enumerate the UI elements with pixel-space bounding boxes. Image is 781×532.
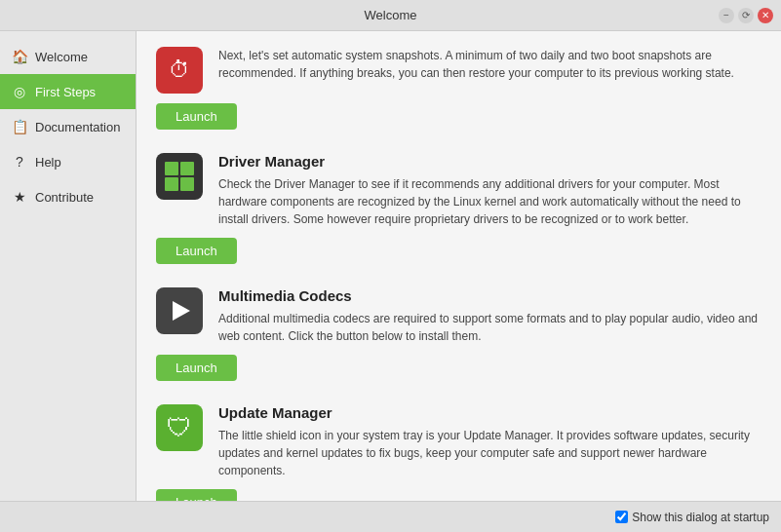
documentation-icon: 📋 [12, 119, 27, 134]
sidebar-item-welcome[interactable]: 🏠 Welcome [0, 39, 136, 74]
update-launch-button[interactable]: Launch [156, 489, 237, 501]
sidebar-label-welcome: Welcome [35, 50, 88, 64]
driver-grid-icon [165, 162, 194, 191]
snapshot-launch-button[interactable]: Launch [156, 103, 237, 130]
restore-button[interactable]: ⟳ [738, 8, 754, 23]
driver-cell-3 [165, 177, 178, 191]
driver-icon [156, 153, 203, 200]
snapshot-text: Next, let's set automatic system snapsho… [218, 47, 761, 82]
sidebar-label-contribute: Contribute [35, 190, 94, 205]
startup-checkbox[interactable] [615, 511, 628, 523]
close-button[interactable]: ✕ [758, 8, 773, 23]
driver-cell-1 [165, 162, 178, 175]
section-driver-row: Driver Manager Check the Driver Manager … [156, 153, 761, 228]
main-layout: 🏠 Welcome ◎ First Steps 📋 Documentation … [0, 31, 781, 501]
star-icon: ★ [12, 189, 27, 205]
update-icon: 🛡 [156, 404, 203, 451]
driver-text: Driver Manager Check the Driver Manager … [218, 153, 761, 228]
play-icon [173, 301, 190, 321]
sidebar-item-contribute[interactable]: ★ Contribute [0, 179, 136, 214]
multimedia-title: Multimedia Codecs [218, 287, 761, 304]
content-area: ⏱ Next, let's set automatic system snaps… [137, 31, 781, 501]
titlebar-title: Welcome [365, 8, 417, 22]
multimedia-icon [156, 287, 203, 334]
snapshot-icon: ⏱ [156, 47, 203, 94]
sidebar: 🏠 Welcome ◎ First Steps 📋 Documentation … [0, 31, 137, 501]
multimedia-text: Multimedia Codecs Additional multimedia … [218, 287, 761, 345]
sidebar-item-documentation[interactable]: 📋 Documentation [0, 109, 136, 144]
section-driver-manager: Driver Manager Check the Driver Manager … [156, 153, 761, 264]
update-desc: The little shield icon in your system tr… [218, 427, 761, 479]
sidebar-label-documentation: Documentation [35, 120, 120, 134]
section-snapshot-row: ⏱ Next, let's set automatic system snaps… [156, 47, 761, 94]
content-inner: ⏱ Next, let's set automatic system snaps… [137, 31, 781, 501]
multimedia-desc: Additional multimedia codecs are require… [218, 310, 761, 345]
driver-desc: Check the Driver Manager to see if it re… [218, 175, 761, 228]
first-steps-icon: ◎ [12, 84, 27, 99]
startup-checkbox-text: Show this dialog at startup [632, 511, 769, 524]
section-multimedia: Multimedia Codecs Additional multimedia … [156, 287, 761, 381]
bottombar: Show this dialog at startup [0, 501, 781, 532]
minimize-button[interactable]: − [719, 8, 734, 23]
section-update-row: 🛡 Update Manager The little shield icon … [156, 404, 761, 479]
titlebar: Welcome − ⟳ ✕ [0, 0, 781, 31]
snapshot-icon-inner: ⏱ [169, 57, 190, 83]
sidebar-item-help[interactable]: ? Help [0, 144, 136, 179]
snapshot-desc: Next, let's set automatic system snapsho… [218, 47, 761, 82]
driver-cell-4 [180, 177, 194, 191]
driver-launch-button[interactable]: Launch [156, 238, 237, 264]
section-multimedia-row: Multimedia Codecs Additional multimedia … [156, 287, 761, 345]
help-icon: ? [12, 154, 27, 170]
home-icon: 🏠 [12, 49, 27, 64]
titlebar-controls: − ⟳ ✕ [719, 8, 773, 23]
update-text: Update Manager The little shield icon in… [218, 404, 761, 479]
section-update-manager: 🛡 Update Manager The little shield icon … [156, 404, 761, 501]
section-snapshot: ⏱ Next, let's set automatic system snaps… [156, 47, 761, 130]
shield-icon: 🛡 [167, 413, 192, 443]
sidebar-item-first-steps[interactable]: ◎ First Steps [0, 74, 136, 109]
multimedia-launch-button[interactable]: Launch [156, 355, 237, 381]
driver-cell-2 [180, 162, 194, 175]
startup-checkbox-label[interactable]: Show this dialog at startup [615, 511, 769, 524]
update-title: Update Manager [218, 404, 761, 421]
driver-title: Driver Manager [218, 153, 761, 170]
sidebar-label-first-steps: First Steps [35, 85, 96, 99]
sidebar-label-help: Help [35, 155, 61, 170]
